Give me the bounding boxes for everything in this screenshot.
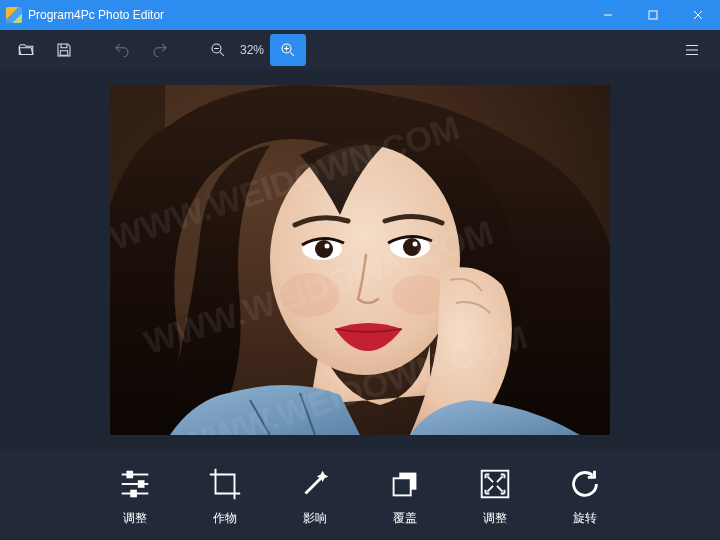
maximize-button[interactable]	[630, 0, 675, 30]
svg-rect-1	[649, 11, 657, 19]
zoom-out-button[interactable]	[200, 34, 236, 66]
svg-line-6	[220, 52, 224, 56]
tool-label: 影响	[303, 510, 327, 527]
wand-icon	[295, 464, 335, 504]
toolbar: 32%	[0, 30, 720, 70]
svg-rect-35	[131, 490, 136, 496]
svg-rect-4	[60, 51, 68, 56]
tool-label: 覆盖	[393, 510, 417, 527]
tool-effects[interactable]: 影响	[295, 464, 335, 527]
svg-rect-33	[127, 471, 132, 477]
bottom-toolbar: 调整 作物 影响 覆盖 调整 旋转	[0, 450, 720, 540]
close-button[interactable]	[675, 0, 720, 30]
tool-label: 调整	[483, 510, 507, 527]
svg-rect-38	[394, 478, 411, 495]
svg-line-9	[290, 52, 294, 56]
svg-rect-34	[139, 481, 144, 487]
crop-icon	[205, 464, 245, 504]
tool-rotate[interactable]: 旋转	[565, 464, 605, 527]
minimize-button[interactable]	[585, 0, 630, 30]
undo-button[interactable]	[104, 34, 140, 66]
zoom-level: 32%	[240, 43, 264, 57]
rotate-icon	[565, 464, 605, 504]
tool-crop[interactable]: 作物	[205, 464, 245, 527]
zoom-in-button[interactable]	[270, 34, 306, 66]
redo-button[interactable]	[142, 34, 178, 66]
expand-icon	[475, 464, 515, 504]
tool-label: 旋转	[573, 510, 597, 527]
tool-label: 作物	[213, 510, 237, 527]
window-title: Program4Pc Photo Editor	[28, 8, 585, 22]
app-icon	[6, 7, 22, 23]
tool-resize[interactable]: 调整	[475, 464, 515, 527]
svg-point-25	[325, 244, 330, 249]
svg-point-23	[315, 240, 333, 258]
tool-overlay[interactable]: 覆盖	[385, 464, 425, 527]
layers-icon	[385, 464, 425, 504]
canvas-area[interactable]: WWW.WEIDOWN.COM WWW.WEIDOWN.COM WWW.WEID…	[0, 70, 720, 450]
tool-label: 调整	[123, 510, 147, 527]
tool-adjust[interactable]: 调整	[115, 464, 155, 527]
sliders-icon	[115, 464, 155, 504]
menu-button[interactable]	[674, 34, 710, 66]
photo-image: WWW.WEIDOWN.COM WWW.WEIDOWN.COM WWW.WEID…	[110, 85, 610, 435]
open-button[interactable]	[8, 34, 44, 66]
titlebar: Program4Pc Photo Editor	[0, 0, 720, 30]
save-button[interactable]	[46, 34, 82, 66]
